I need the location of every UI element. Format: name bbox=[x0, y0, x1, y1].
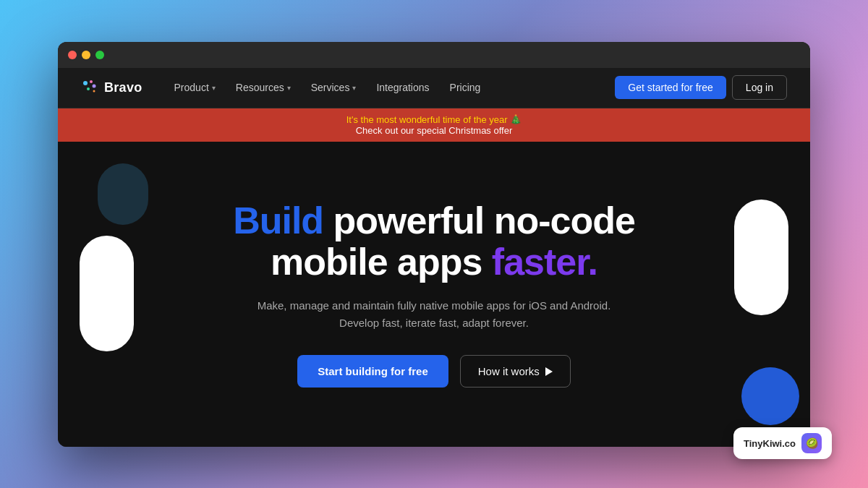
svg-point-2 bbox=[93, 85, 96, 88]
svg-point-0 bbox=[83, 81, 88, 85]
hero-title-build: Build bbox=[233, 200, 323, 241]
nav-item-pricing[interactable]: Pricing bbox=[441, 77, 490, 98]
nav-actions: Get started for free Log in bbox=[615, 75, 787, 100]
promo-banner[interactable]: It's the most wonderful time of the year… bbox=[58, 108, 810, 142]
deco-left-pill bbox=[80, 236, 134, 351]
chevron-down-icon: ▾ bbox=[352, 84, 356, 92]
start-building-button[interactable]: Start building for free bbox=[297, 355, 448, 388]
how-it-works-button[interactable]: How it works bbox=[460, 355, 571, 388]
logo-area[interactable]: Bravo bbox=[81, 79, 142, 96]
chevron-down-icon: ▾ bbox=[287, 84, 291, 92]
hero-title-faster: faster. bbox=[492, 241, 597, 283]
title-bar bbox=[58, 42, 810, 68]
hero-section: Build powerful no-code mobile apps faste… bbox=[58, 142, 810, 447]
svg-point-1 bbox=[90, 80, 93, 83]
tinykiwi-text: TinyKiwi.co bbox=[744, 438, 796, 449]
play-icon bbox=[545, 367, 553, 376]
hero-title: Build powerful no-code mobile apps faste… bbox=[233, 200, 635, 283]
hero-title-rest1: powerful no-code bbox=[323, 200, 635, 241]
traffic-light-red[interactable] bbox=[68, 51, 77, 59]
tinykiwi-badge[interactable]: TinyKiwi.co 🥝 bbox=[733, 427, 832, 459]
nav-bar: Bravo Product ▾ Resources ▾ Services ▾ I… bbox=[58, 68, 810, 108]
svg-point-3 bbox=[87, 87, 90, 90]
deco-right-pill bbox=[734, 200, 788, 315]
nav-item-product[interactable]: Product ▾ bbox=[166, 77, 224, 98]
banner-line1: It's the most wonderful time of the year… bbox=[69, 114, 799, 125]
hero-title-mobile: mobile apps bbox=[271, 241, 492, 283]
hero-content: Build powerful no-code mobile apps faste… bbox=[233, 200, 635, 388]
chevron-down-icon: ▾ bbox=[212, 84, 216, 92]
deco-right-circle bbox=[741, 367, 799, 425]
logo-text: Bravo bbox=[104, 80, 142, 95]
banner-line2: Check out our special Christmas offer bbox=[69, 125, 799, 136]
traffic-light-green[interactable] bbox=[95, 51, 104, 59]
svg-point-4 bbox=[93, 90, 95, 93]
nav-item-integrations[interactable]: Integrations bbox=[367, 77, 438, 98]
bravo-logo-icon bbox=[81, 79, 98, 96]
nav-links: Product ▾ Resources ▾ Services ▾ Integra… bbox=[166, 77, 616, 98]
deco-left-top bbox=[98, 163, 148, 225]
kiwi-icon: 🥝 bbox=[801, 433, 822, 453]
get-started-button[interactable]: Get started for free bbox=[615, 76, 726, 99]
nav-item-services[interactable]: Services ▾ bbox=[302, 77, 365, 98]
hero-subtitle: Make, manage and maintain fully native m… bbox=[233, 297, 635, 332]
traffic-light-yellow[interactable] bbox=[82, 51, 90, 59]
nav-item-resources[interactable]: Resources ▾ bbox=[227, 77, 299, 98]
login-button[interactable]: Log in bbox=[732, 75, 787, 100]
hero-buttons: Start building for free How it works bbox=[233, 355, 635, 388]
browser-window: Bravo Product ▾ Resources ▾ Services ▾ I… bbox=[58, 42, 810, 447]
